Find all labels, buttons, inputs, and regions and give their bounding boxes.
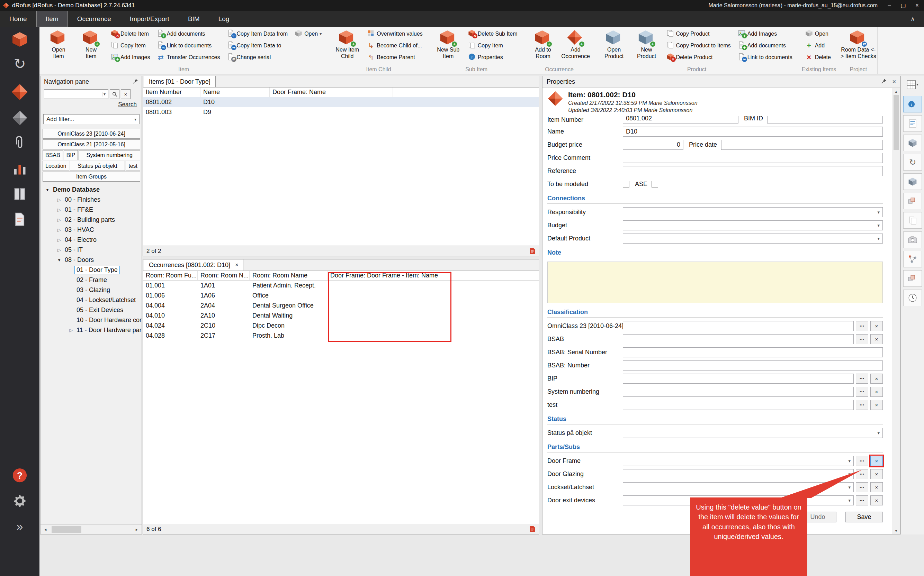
tree-node-02-building-parts[interactable]: ▷02 - Building parts bbox=[41, 215, 141, 225]
filter-status-p-objekt-button[interactable]: Status på objekt bbox=[70, 161, 125, 171]
ribbon-new-product-button[interactable]: +NewProduct bbox=[630, 28, 663, 64]
note-textarea[interactable] bbox=[547, 262, 883, 303]
ribbon-copy-item-data-from-button[interactable]: ←Copy Item Data from bbox=[225, 28, 290, 40]
ribbon-copy-item-button[interactable]: Copy Item bbox=[466, 40, 519, 51]
filter-test-button[interactable]: test bbox=[126, 161, 140, 171]
column-chooser-icon[interactable] bbox=[903, 77, 922, 93]
delete-value-button[interactable]: × bbox=[870, 469, 883, 479]
ribbon-delete-product-button[interactable]: ×Delete Product bbox=[665, 51, 733, 63]
dropdown-select[interactable]: ▾ bbox=[623, 482, 854, 492]
ribbon-open-button[interactable]: Open▾ bbox=[293, 28, 323, 40]
text-input[interactable] bbox=[623, 166, 883, 176]
filter-omniclass-21-2012-05-16-button[interactable]: OmniClass 21 [2012-05-16] bbox=[43, 139, 140, 149]
relations-tab-icon[interactable] bbox=[903, 251, 922, 267]
tree-expander-icon[interactable]: ▷ bbox=[56, 217, 63, 222]
search-input[interactable]: ▾ bbox=[44, 89, 108, 99]
table-row[interactable]: 04.0102A10Dental Waiting bbox=[143, 310, 539, 321]
table-row[interactable]: 04.0042A04Dental Surgeon Office bbox=[143, 301, 539, 310]
ribbon-open-button[interactable]: Open bbox=[804, 28, 833, 40]
table-row[interactable]: 01.0061A06Office bbox=[143, 291, 539, 301]
table-row[interactable]: 0801.003D9 bbox=[143, 107, 539, 117]
tree-node-01-door-type[interactable]: 01 - Door Type bbox=[41, 265, 141, 275]
nav-horizontal-scrollbar[interactable]: ◂ ▸ bbox=[40, 525, 141, 534]
table-row[interactable]: 04.0282C17Prosth. Lab bbox=[143, 331, 539, 341]
ribbon-new-item-button[interactable]: +NewItem bbox=[75, 28, 107, 64]
close-panel-icon[interactable]: × bbox=[892, 78, 896, 85]
lookup-ellipsis-button[interactable]: ••• bbox=[856, 387, 868, 397]
scroll-right-icon[interactable]: ▸ bbox=[132, 525, 141, 534]
tree-expander-icon[interactable]: ▷ bbox=[56, 247, 63, 253]
delete-value-button[interactable]: × bbox=[870, 374, 883, 384]
delete-value-button[interactable]: × bbox=[870, 482, 883, 492]
tree-node-10-door-hardware-combin[interactable]: 10 - Door Hardware combin bbox=[41, 315, 141, 325]
lookup-ellipsis-button[interactable]: ••• bbox=[856, 482, 868, 492]
products-tab-icon[interactable] bbox=[903, 193, 922, 209]
menu-occurrence[interactable]: Occurrence bbox=[68, 11, 120, 27]
lookup-ellipsis-button[interactable]: ••• bbox=[856, 400, 868, 410]
images-tab-icon[interactable] bbox=[903, 232, 922, 248]
tree-node-03-hvac[interactable]: ▷03 - HVAC bbox=[41, 225, 141, 235]
filter-item-groups-button[interactable]: Item Groups bbox=[43, 171, 140, 182]
ribbon-copy-product-button[interactable]: Copy Product bbox=[665, 28, 733, 40]
text-input[interactable]: 0 bbox=[623, 140, 683, 150]
ribbon-change-serial-button[interactable]: #Change serial bbox=[225, 51, 290, 63]
ribbon-add-documents-button[interactable]: +Add documents bbox=[155, 28, 221, 40]
delete-value-button[interactable]: × bbox=[870, 495, 883, 506]
text-input[interactable] bbox=[623, 321, 854, 331]
scrollbar-thumb[interactable] bbox=[894, 95, 899, 150]
ribbon-delete-sub-item-button[interactable]: ×Delete Sub Item bbox=[466, 28, 519, 40]
collapse-ribbon-icon[interactable]: ∧ bbox=[911, 15, 915, 23]
lookup-ellipsis-button[interactable]: ••• bbox=[856, 456, 868, 466]
tree-node-03-glazing[interactable]: 03 - Glazing bbox=[41, 285, 141, 295]
tree-expander-icon[interactable]: ▷ bbox=[56, 207, 63, 213]
scroll-left-icon[interactable]: ◂ bbox=[40, 525, 50, 534]
delete-value-button[interactable]: × bbox=[870, 400, 883, 410]
ribbon-room-data-item-checks-button[interactable]: ⇄Room Data <-> Item Checks bbox=[842, 28, 874, 64]
attachments-module-icon[interactable] bbox=[0, 134, 40, 152]
pin-icon[interactable] bbox=[133, 78, 138, 85]
tree-expander-icon[interactable]: ▷ bbox=[56, 197, 63, 202]
ribbon-add-occurrence-button[interactable]: +AddOccurrence bbox=[560, 28, 592, 64]
table-row[interactable]: 04.0242C10Dipc Decon bbox=[143, 321, 539, 331]
menu-log[interactable]: Log bbox=[209, 11, 239, 27]
close-tab-icon[interactable]: × bbox=[235, 262, 238, 268]
text-input[interactable] bbox=[623, 334, 854, 344]
tree-node-11-door-hardware-parts[interactable]: ▷11 - Door Hardware parts bbox=[41, 325, 141, 335]
filter-location-button[interactable]: Location bbox=[43, 161, 69, 171]
table-row[interactable]: 01.0011A01Patient Admin. Recept. bbox=[143, 280, 539, 291]
dropdown-select[interactable]: ▾ bbox=[623, 234, 883, 243]
ribbon-properties-button[interactable]: iProperties bbox=[466, 51, 519, 63]
text-input[interactable] bbox=[623, 374, 854, 384]
rooms-module-icon[interactable] bbox=[0, 30, 40, 48]
filter-omniclass-23-2010-06-24-button[interactable]: OmniClass 23 [2010-06-24] bbox=[43, 129, 140, 139]
column-header-room-room-fu[interactable]: Room: Room Fu... bbox=[143, 271, 198, 280]
forms-tab-icon[interactable] bbox=[903, 115, 922, 132]
parts-tab-icon[interactable] bbox=[903, 270, 922, 287]
dropdown-select[interactable]: ▾ bbox=[623, 207, 883, 217]
text-input[interactable]: 0801.002 bbox=[623, 116, 738, 123]
menu-item[interactable]: Item bbox=[36, 11, 68, 27]
save-button[interactable]: Save bbox=[845, 512, 883, 522]
tree-node-demo-database[interactable]: ▾Demo Database bbox=[41, 185, 141, 195]
text-input[interactable] bbox=[623, 153, 883, 163]
text-input[interactable]: D10 bbox=[623, 126, 883, 137]
tree-node-04-lockset-latchset[interactable]: 04 - Lockset/Latchset bbox=[41, 295, 141, 305]
ribbon-copy-item-button[interactable]: Copy Item bbox=[109, 40, 152, 51]
ribbon-link-to-documents-button[interactable]: ∞Link to documents bbox=[736, 51, 794, 63]
lookup-ellipsis-button[interactable]: ••• bbox=[856, 321, 868, 331]
delete-value-button[interactable]: × bbox=[870, 321, 883, 331]
column-header-door-frame-door-frame-item-name[interactable]: Door Frame: Door Frame - Item: Name bbox=[327, 271, 451, 280]
scroll-down-icon[interactable]: ▾ bbox=[895, 527, 897, 534]
occurrences-module-icon[interactable] bbox=[0, 109, 40, 127]
ribbon-transfer-occurrences-button[interactable]: ⇄Transfer Occurrences bbox=[155, 51, 221, 63]
ribbon-become-parent-button[interactable]: ↰Become Parent bbox=[365, 51, 424, 63]
scroll-up-icon[interactable]: ▴ bbox=[895, 88, 897, 95]
lookup-ellipsis-button[interactable]: ••• bbox=[856, 495, 868, 506]
menu-bim[interactable]: BIM bbox=[179, 11, 209, 27]
close-button[interactable]: × bbox=[910, 0, 924, 11]
ribbon-open-item-button[interactable]: OpenItem bbox=[42, 28, 75, 64]
table-row[interactable]: 0801.002D10 bbox=[143, 97, 539, 107]
column-header-door-frame-name[interactable]: Door Frame: Name bbox=[270, 88, 393, 97]
ribbon-copy-item-data-to-button[interactable]: →Copy Item Data to bbox=[225, 40, 290, 51]
tree-expander-icon[interactable]: ▷ bbox=[56, 227, 63, 232]
